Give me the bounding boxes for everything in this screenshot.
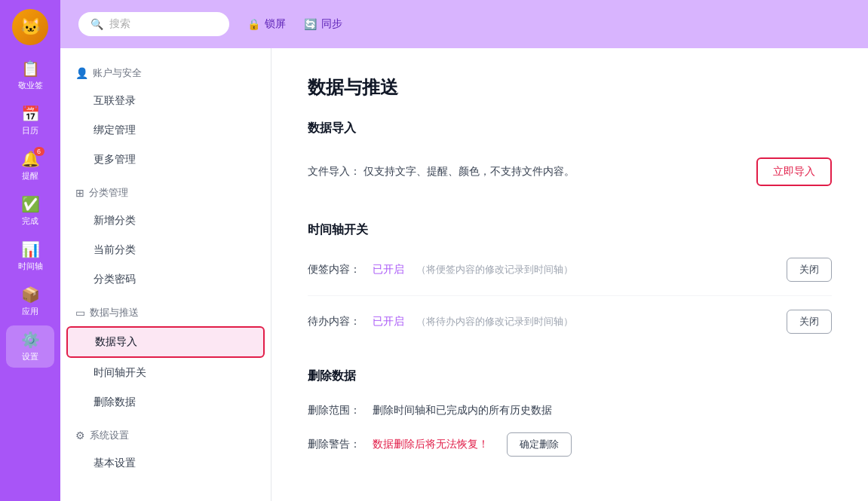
nav-item-分类密码[interactable]: 分类密码	[66, 265, 265, 294]
sidebar: 🐱 📋 敬业签 📅 日历 🔔 6 提醒 ✅ 完成 📊 时间轴 📦 应用 ⚙️ 设…	[0, 0, 60, 501]
confirm-delete-button[interactable]: 确定删除	[507, 432, 572, 457]
sidebar-label-reminder: 提醒	[22, 170, 38, 182]
sidebar-label-calendar: 日历	[22, 125, 38, 136]
sidebar-label-done: 完成	[22, 215, 38, 227]
nav-item-当前分类[interactable]: 当前分类	[66, 236, 265, 264]
timeline-row-todo: 待办内容： 已开启 （将待办内容的修改记录到时间轴） 关闭	[308, 302, 832, 341]
note-label: 便签内容：	[308, 263, 360, 276]
delete-warn-row: 删除警告： 数据删除后将无法恢复！ 确定删除	[308, 425, 832, 464]
sidebar-item-timeline[interactable]: 📊 时间轴	[6, 235, 54, 277]
data-section-label: 数据与推送	[90, 306, 139, 319]
reminder-badge-wrap: 🔔 6	[21, 150, 40, 168]
note-status: 已开启	[373, 263, 404, 276]
todo-label: 待办内容：	[308, 315, 360, 328]
delete-section: 删除数据 删除范围： 删除时间轴和已完成内的所有历史数据 删除警告： 数据删除后…	[308, 368, 832, 464]
sidebar-item-app[interactable]: 📦 应用	[6, 280, 54, 322]
nav-item-互联登录[interactable]: 互联登录	[66, 87, 265, 115]
sidebar-label-timeline: 时间轴	[18, 261, 43, 272]
sidebar-item-calendar[interactable]: 📅 日历	[6, 99, 54, 142]
done-icon: ✅	[21, 195, 40, 213]
sidebar-item-settings[interactable]: ⚙️ 设置	[6, 325, 54, 368]
nav-item-删除数据[interactable]: 删除数据	[66, 388, 265, 417]
note-desc: （将便签内容的修改记录到时间轴）	[416, 263, 573, 276]
delete-range-desc: 删除时间轴和已完成内的所有历史数据	[373, 404, 552, 417]
sidebar-label-todo: 敬业签	[18, 80, 43, 91]
sidebar-label-settings: 设置	[22, 351, 38, 362]
search-placeholder: 搜索	[109, 17, 130, 31]
nav-item-时间轴开关[interactable]: 时间轴开关	[66, 359, 265, 387]
import-button[interactable]: 立即导入	[756, 157, 832, 186]
sync-icon: 🔄	[304, 18, 317, 30]
system-section-icon: ⚙	[75, 429, 85, 441]
file-import-label: 文件导入：	[308, 165, 360, 177]
close-todo-button[interactable]: 关闭	[787, 310, 832, 334]
todo-desc: （将待办内容的修改记录到时间轴）	[416, 315, 573, 328]
timeline-row-note: 便签内容： 已开启 （将便签内容的修改记录到时间轴） 关闭	[308, 250, 832, 289]
delete-warn-text: 数据删除后将无法恢复！	[373, 438, 489, 451]
app-icon: 📦	[21, 286, 40, 304]
category-section-icon: ⊞	[75, 187, 84, 199]
nav-item-基本设置[interactable]: 基本设置	[66, 449, 265, 478]
todo-icon: 📋	[21, 60, 40, 78]
account-section-icon: 👤	[75, 67, 88, 79]
nav-section-system: ⚙ 系统设置	[60, 423, 271, 448]
timeline-section-title: 时间轴开关	[308, 222, 832, 238]
lock-label: 锁屏	[265, 17, 286, 31]
topbar: 🔍 搜索 🔒 锁屏 🔄 同步	[60, 0, 868, 48]
nav-section-category: ⊞ 分类管理	[60, 180, 271, 206]
todo-status: 已开启	[373, 315, 404, 328]
import-section: 数据导入 文件导入： 仅支持文字、提醒、颜色，不支持文件内容。 立即导入	[308, 121, 832, 195]
sync-label: 同步	[321, 17, 342, 31]
timeline-section: 时间轴开关 便签内容： 已开启 （将便签内容的修改记录到时间轴） 关闭 待办内容…	[308, 222, 832, 341]
nav-item-绑定管理[interactable]: 绑定管理	[66, 116, 265, 145]
search-box[interactable]: 🔍 搜索	[78, 12, 229, 36]
sidebar-item-todo[interactable]: 📋 敬业签	[6, 54, 54, 96]
nav-section-account: 👤 账户与安全	[60, 60, 271, 86]
calendar-icon: 📅	[21, 105, 40, 123]
content-area: 👤 账户与安全 互联登录 绑定管理 更多管理 ⊞ 分类管理 新增分类 当前分类 …	[60, 48, 868, 501]
search-icon: 🔍	[90, 18, 103, 30]
lock-button[interactable]: 🔒 锁屏	[247, 17, 286, 31]
avatar: 🐱	[12, 9, 48, 45]
nav-item-更多管理[interactable]: 更多管理	[66, 145, 265, 174]
detail-panel: 数据与推送 数据导入 文件导入： 仅支持文字、提醒、颜色，不支持文件内容。 立即…	[271, 48, 868, 501]
sync-button[interactable]: 🔄 同步	[304, 17, 342, 31]
import-row: 文件导入： 仅支持文字、提醒、颜色，不支持文件内容。 立即导入	[308, 148, 832, 195]
import-section-title: 数据导入	[308, 121, 832, 136]
import-row-left: 文件导入： 仅支持文字、提醒、颜色，不支持文件内容。	[308, 165, 575, 179]
file-import-desc: 仅支持文字、提醒、颜色，不支持文件内容。	[363, 165, 575, 177]
delete-section-title: 删除数据	[308, 368, 832, 384]
timeline-icon: 📊	[21, 240, 40, 258]
settings-icon: ⚙️	[21, 331, 40, 349]
data-section-icon: ▭	[75, 307, 85, 319]
category-section-label: 分类管理	[89, 186, 128, 200]
page-title: 数据与推送	[308, 75, 832, 99]
system-section-label: 系统设置	[90, 429, 129, 442]
sidebar-label-app: 应用	[22, 306, 38, 317]
nav-panel: 👤 账户与安全 互联登录 绑定管理 更多管理 ⊞ 分类管理 新增分类 当前分类 …	[60, 48, 271, 501]
close-note-button[interactable]: 关闭	[787, 258, 832, 282]
nav-item-新增分类[interactable]: 新增分类	[66, 206, 265, 235]
main-area: 🔍 搜索 🔒 锁屏 🔄 同步 👤 账户与安全 互联登录 绑定管理 更多管理 ⊞	[60, 0, 868, 501]
divider-1	[308, 295, 832, 296]
lock-icon: 🔒	[247, 18, 260, 30]
delete-warn-label: 删除警告：	[308, 438, 360, 451]
nav-item-数据导入[interactable]: 数据导入	[66, 326, 265, 358]
delete-range-label: 删除范围：	[308, 404, 360, 417]
sidebar-item-reminder[interactable]: 🔔 6 提醒	[6, 145, 54, 187]
nav-section-data: ▭ 数据与推送	[60, 300, 271, 325]
delete-range-row: 删除范围： 删除时间轴和已完成内的所有历史数据	[308, 396, 832, 425]
sidebar-item-done[interactable]: ✅ 完成	[6, 190, 54, 232]
account-section-label: 账户与安全	[93, 66, 142, 80]
reminder-badge: 6	[34, 147, 44, 156]
